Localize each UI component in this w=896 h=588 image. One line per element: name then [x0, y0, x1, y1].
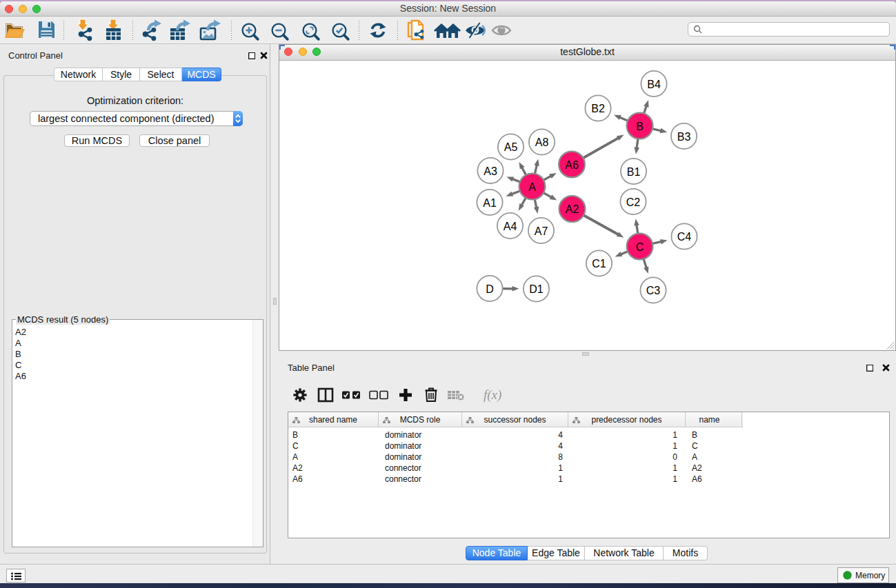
svg-text:C2: C2	[626, 196, 641, 208]
svg-text:C1: C1	[592, 258, 606, 270]
svg-text:A: A	[528, 181, 536, 193]
svg-text:D1: D1	[529, 283, 544, 295]
svg-text:A6: A6	[565, 159, 579, 171]
svg-text:C3: C3	[646, 285, 661, 296]
svg-text:B1: B1	[627, 166, 641, 178]
svg-text:D: D	[486, 283, 494, 295]
svg-text:B: B	[636, 121, 644, 132]
svg-text:A5: A5	[504, 141, 518, 153]
svg-text:B3: B3	[677, 131, 691, 143]
svg-text:f(x): f(x)	[484, 387, 501, 403]
svg-text:C: C	[636, 241, 644, 253]
svg-text:C4: C4	[677, 231, 692, 243]
svg-text:A8: A8	[535, 136, 549, 148]
svg-text:A2: A2	[566, 203, 579, 215]
svg-text:A7: A7	[535, 225, 548, 237]
svg-text:B4: B4	[647, 79, 661, 90]
svg-text:A1: A1	[483, 197, 497, 209]
svg-text:B2: B2	[591, 103, 605, 114]
svg-text:A3: A3	[484, 165, 497, 177]
svg-text:A4: A4	[504, 221, 517, 232]
